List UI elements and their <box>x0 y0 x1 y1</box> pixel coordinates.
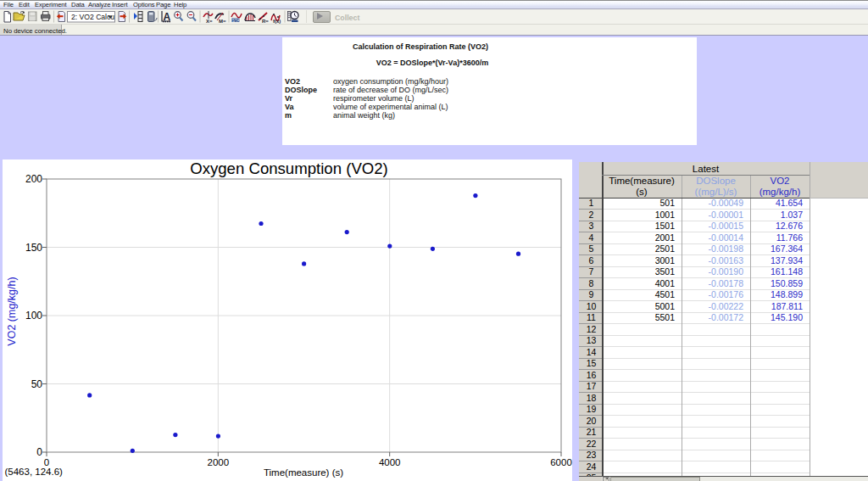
svg-text:6000: 6000 <box>550 457 572 467</box>
svg-text:150: 150 <box>25 242 42 254</box>
svg-text:VO2 (mg/kg/h): VO2 (mg/kg/h) <box>6 277 18 345</box>
svg-text:0: 0 <box>36 446 42 458</box>
svg-text:100: 100 <box>25 310 42 322</box>
svg-text:50: 50 <box>31 378 43 390</box>
svg-text:4000: 4000 <box>379 457 401 467</box>
svg-text:2000: 2000 <box>208 457 230 467</box>
svg-text:(5463, 124.6): (5463, 124.6) <box>5 467 64 477</box>
svg-text:200: 200 <box>25 173 42 185</box>
svg-text:Time(measure) (s): Time(measure) (s) <box>264 467 343 478</box>
